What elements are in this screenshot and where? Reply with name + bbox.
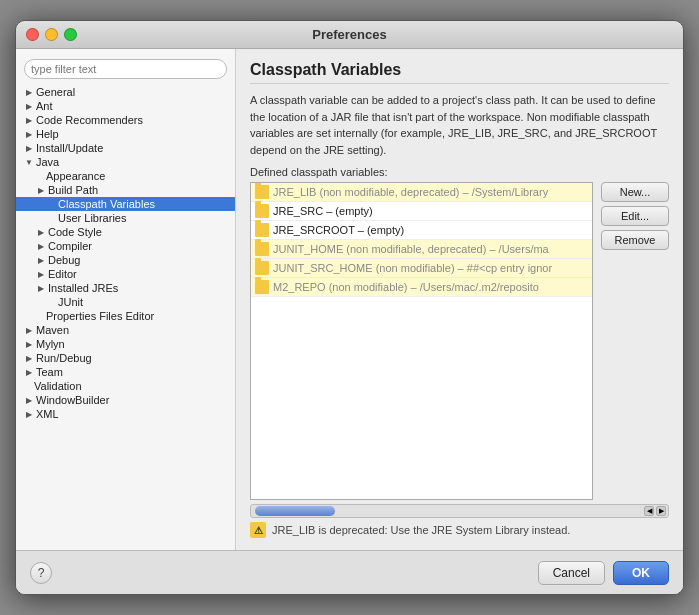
main-panel: Classpath Variables A classpath variable… — [236, 49, 683, 550]
horizontal-scrollbar[interactable]: ◀ ▶ — [250, 504, 669, 518]
sidebar-item-xml[interactable]: ▶XML — [16, 407, 235, 421]
titlebar: Preferences — [16, 21, 683, 49]
sidebar-item-label-help: Help — [36, 128, 59, 140]
warning-icon: ⚠ — [250, 522, 266, 538]
sidebar-item-label-xml: XML — [36, 408, 59, 420]
sidebar-item-label-team: Team — [36, 366, 63, 378]
folder-icon — [255, 185, 269, 199]
folder-icon — [255, 223, 269, 237]
sidebar-item-compiler[interactable]: ▶Compiler — [16, 239, 235, 253]
folder-icon — [255, 280, 269, 294]
variables-list[interactable]: JRE_LIB (non modifiable, deprecated) – /… — [250, 182, 593, 500]
panel-title: Classpath Variables — [250, 61, 669, 84]
window-title: Preferences — [312, 27, 386, 42]
new-button[interactable]: New... — [601, 182, 669, 202]
sidebar-item-general[interactable]: ▶General — [16, 85, 235, 99]
close-button[interactable] — [26, 28, 39, 41]
sidebar-item-maven[interactable]: ▶Maven — [16, 323, 235, 337]
sidebar-item-build-path[interactable]: ▶Build Path — [16, 183, 235, 197]
minimize-button[interactable] — [45, 28, 58, 41]
var-text: M2_REPO (non modifiable) – /Users/mac/.m… — [273, 281, 539, 293]
var-text: JUNIT_HOME (non modifiable, deprecated) … — [273, 243, 549, 255]
scroll-left-button[interactable]: ◀ — [644, 506, 654, 516]
var-list-container: JRE_LIB (non modifiable, deprecated) – /… — [251, 183, 592, 297]
edit-button[interactable]: Edit... — [601, 206, 669, 226]
cancel-button[interactable]: Cancel — [538, 561, 605, 585]
folder-icon — [255, 242, 269, 256]
sidebar-item-label-general: General — [36, 86, 75, 98]
bottom-buttons: Cancel OK — [538, 561, 669, 585]
sidebar-item-classpath-variables[interactable]: Classpath Variables — [16, 197, 235, 211]
sidebar-item-label-java: Java — [36, 156, 59, 168]
table-row[interactable]: JUNIT_HOME (non modifiable, deprecated) … — [251, 240, 592, 259]
sidebar-item-appearance[interactable]: Appearance — [16, 169, 235, 183]
sidebar-item-label-user-libraries: User Libraries — [58, 212, 126, 224]
sidebar-item-code-recommenders[interactable]: ▶Code Recommenders — [16, 113, 235, 127]
sidebar-item-team[interactable]: ▶Team — [16, 365, 235, 379]
table-row[interactable]: JUNIT_SRC_HOME (non modifiable) – ##<cp … — [251, 259, 592, 278]
sidebar-item-editor[interactable]: ▶Editor — [16, 267, 235, 281]
table-row[interactable]: JRE_LIB (non modifiable, deprecated) – /… — [251, 183, 592, 202]
var-text: JRE_SRC – (empty) — [273, 205, 373, 217]
defined-label: Defined classpath variables: — [250, 166, 669, 178]
sidebar-item-label-classpath-variables: Classpath Variables — [58, 198, 155, 210]
sidebar-item-label-compiler: Compiler — [48, 240, 92, 252]
folder-icon — [255, 204, 269, 218]
var-text: JUNIT_SRC_HOME (non modifiable) – ##<cp … — [273, 262, 552, 274]
sidebar-item-label-window-builder: WindowBuilder — [36, 394, 109, 406]
content-area: ▶General▶Ant▶Code Recommenders▶Help▶Inst… — [16, 49, 683, 550]
sidebar-item-install-update[interactable]: ▶Install/Update — [16, 141, 235, 155]
sidebar-item-label-run-debug: Run/Debug — [36, 352, 92, 364]
table-row[interactable]: JRE_SRC – (empty) — [251, 202, 592, 221]
sidebar-item-help[interactable]: ▶Help — [16, 127, 235, 141]
sidebar-item-run-debug[interactable]: ▶Run/Debug — [16, 351, 235, 365]
variables-area: JRE_LIB (non modifiable, deprecated) – /… — [250, 182, 669, 500]
description-text: A classpath variable can be added to a p… — [250, 92, 669, 158]
sidebar-item-label-maven: Maven — [36, 324, 69, 336]
side-buttons: New... Edit... Remove — [601, 182, 669, 500]
sidebar-item-properties-files-editor[interactable]: Properties Files Editor — [16, 309, 235, 323]
sidebar-item-window-builder[interactable]: ▶WindowBuilder — [16, 393, 235, 407]
search-input[interactable] — [24, 59, 227, 79]
sidebar-item-junit[interactable]: JUnit — [16, 295, 235, 309]
warning-text: JRE_LIB is deprecated: Use the JRE Syste… — [272, 524, 570, 536]
maximize-button[interactable] — [64, 28, 77, 41]
sidebar-item-label-junit: JUnit — [58, 296, 83, 308]
sidebar-item-user-libraries[interactable]: User Libraries — [16, 211, 235, 225]
sidebar-item-label-validation: Validation — [34, 380, 82, 392]
remove-button[interactable]: Remove — [601, 230, 669, 250]
sidebar-item-code-style[interactable]: ▶Code Style — [16, 225, 235, 239]
sidebar-item-label-properties-files-editor: Properties Files Editor — [46, 310, 154, 322]
sidebar-item-label-editor: Editor — [48, 268, 77, 280]
sidebar-item-label-install-update: Install/Update — [36, 142, 103, 154]
sidebar-item-java[interactable]: ▼Java — [16, 155, 235, 169]
scrollbar-arrows: ◀ ▶ — [644, 506, 666, 516]
scrollbar-thumb[interactable] — [255, 506, 335, 516]
sidebar-item-label-code-style: Code Style — [48, 226, 102, 238]
sidebar-item-mylyn[interactable]: ▶Mylyn — [16, 337, 235, 351]
var-text: JRE_LIB (non modifiable, deprecated) – /… — [273, 186, 548, 198]
sidebar: ▶General▶Ant▶Code Recommenders▶Help▶Inst… — [16, 49, 236, 550]
sidebar-item-ant[interactable]: ▶Ant — [16, 99, 235, 113]
folder-icon — [255, 261, 269, 275]
warning-bar: ⚠ JRE_LIB is deprecated: Use the JRE Sys… — [250, 522, 669, 538]
sidebar-item-label-debug: Debug — [48, 254, 80, 266]
sidebar-item-label-installed-jres: Installed JREs — [48, 282, 118, 294]
sidebar-item-debug[interactable]: ▶Debug — [16, 253, 235, 267]
var-text: JRE_SRCROOT – (empty) — [273, 224, 404, 236]
preferences-window: Preferences ▶General▶Ant▶Code Recommende… — [15, 20, 684, 595]
help-button[interactable]: ? — [30, 562, 52, 584]
scroll-right-button[interactable]: ▶ — [656, 506, 666, 516]
sidebar-item-validation[interactable]: Validation — [16, 379, 235, 393]
bottom-bar: ? Cancel OK — [16, 550, 683, 594]
window-controls — [26, 28, 77, 41]
sidebar-item-label-ant: Ant — [36, 100, 53, 112]
sidebar-item-label-build-path: Build Path — [48, 184, 98, 196]
tree-container: ▶General▶Ant▶Code Recommenders▶Help▶Inst… — [16, 85, 235, 421]
sidebar-item-label-code-recommenders: Code Recommenders — [36, 114, 143, 126]
sidebar-item-installed-jres[interactable]: ▶Installed JREs — [16, 281, 235, 295]
sidebar-item-label-appearance: Appearance — [46, 170, 105, 182]
ok-button[interactable]: OK — [613, 561, 669, 585]
table-row[interactable]: JRE_SRCROOT – (empty) — [251, 221, 592, 240]
table-row[interactable]: M2_REPO (non modifiable) – /Users/mac/.m… — [251, 278, 592, 297]
